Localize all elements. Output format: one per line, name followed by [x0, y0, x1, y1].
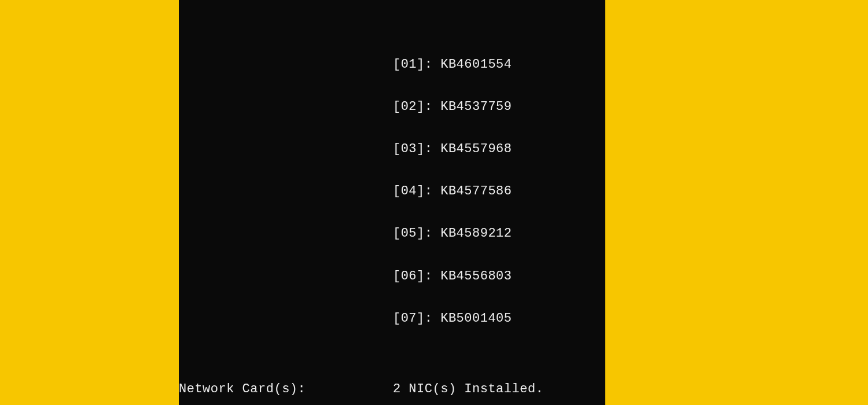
hotfix-line: [03]: KB4557968	[179, 142, 605, 156]
hotfix-line: [02]: KB4537759	[179, 100, 605, 114]
hotfix-line: [07]: KB5001405	[179, 312, 605, 326]
hotfix-line: [04]: KB4577586	[179, 185, 605, 198]
page-background: [01]: KB4601554 [02]: KB4537759 [03]: KB…	[0, 0, 868, 405]
network-header: Network Card(s): 2 NIC(s) Installed.	[179, 382, 605, 396]
command-prompt-window[interactable]: [01]: KB4601554 [02]: KB4537759 [03]: KB…	[179, 0, 605, 405]
hotfix-line: [01]: KB4601554	[179, 58, 605, 72]
hotfix-line: [06]: KB4556803	[179, 270, 605, 284]
hotfix-line: [05]: KB4589212	[179, 227, 605, 241]
